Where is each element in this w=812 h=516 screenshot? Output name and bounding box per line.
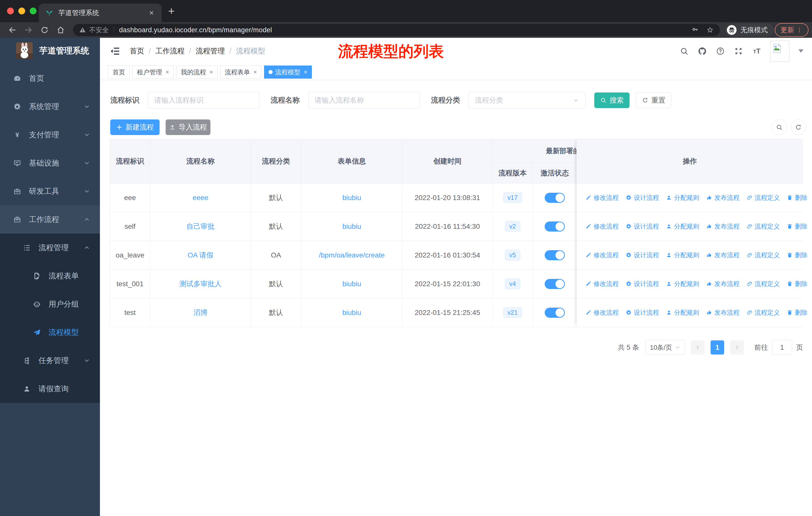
maximize-window-button[interactable] [30,7,36,15]
version-badge[interactable]: v2 [505,221,520,232]
process-name-link[interactable]: OA 请假 [187,250,213,260]
breadcrumb-item[interactable]: 流程管理 [196,46,225,56]
version-badge[interactable]: v5 [505,250,520,261]
sidebar-item-流程表单[interactable]: 流程表单 [0,262,100,290]
breadcrumb-item[interactable]: 首页 [129,46,144,56]
active-toggle[interactable] [545,279,565,289]
refresh-table-button[interactable] [791,119,806,135]
action-分配规则[interactable]: 分配规则 [666,308,699,317]
version-badge[interactable]: v17 [503,192,522,203]
github-icon[interactable] [698,47,707,56]
action-删除[interactable]: 删除 [787,193,808,202]
current-page-button[interactable]: 1 [710,341,724,354]
next-page-button[interactable] [730,341,744,354]
font-size-icon[interactable]: TT [752,47,761,56]
tag-close-icon[interactable]: × [209,69,213,76]
action-分配规则[interactable]: 分配规则 [666,280,699,288]
breadcrumb-item[interactable]: 工作流程 [155,46,184,56]
action-流程定义[interactable]: 流程定义 [746,280,780,288]
tag-close-icon[interactable]: × [254,69,257,76]
action-发布流程[interactable]: 发布流程 [706,222,740,230]
url-text[interactable]: dashboard.yudao.iocoder.cn/bpm/manager/m… [119,26,272,34]
form-info-link[interactable]: biubiu [342,194,361,202]
browser-tab[interactable]: 芋道管理系统 [39,3,162,22]
sidebar-item-用户分组[interactable]: 用户分组 [0,290,100,318]
action-发布流程[interactable]: 发布流程 [706,308,740,317]
action-设计流程[interactable]: 设计流程 [626,193,659,202]
action-修改流程[interactable]: 修改流程 [585,222,619,230]
action-修改流程[interactable]: 修改流程 [585,308,619,317]
form-info-link[interactable]: biubiu [342,309,361,317]
minimize-window-button[interactable] [18,7,25,15]
sidebar-item-研发工具[interactable]: 研发工具 [0,177,100,205]
page-size-select[interactable]: 10条/页 [646,340,685,355]
import-process-button[interactable]: 导入流程 [166,119,210,135]
search-icon[interactable] [679,47,689,56]
action-发布流程[interactable]: 发布流程 [706,193,740,202]
sidebar-item-流程模型[interactable]: 流程模型 [0,318,100,347]
close-window-button[interactable] [7,7,14,15]
user-avatar[interactable] [770,40,789,62]
window-controls[interactable] [7,7,36,15]
action-删除[interactable]: 删除 [787,222,808,230]
action-删除[interactable]: 删除 [787,308,808,317]
tag-租户管理[interactable]: 租户管理× [133,65,173,79]
home-icon[interactable] [56,26,65,34]
sidebar-fold-icon[interactable] [110,46,121,57]
forward-icon[interactable] [24,26,33,34]
browser-update-button[interactable]: 更新 [775,23,809,37]
prev-page-button[interactable] [691,341,704,354]
version-badge[interactable]: v21 [503,307,522,318]
tag-流程表单[interactable]: 流程表单× [220,65,261,79]
action-流程定义[interactable]: 流程定义 [746,222,780,230]
search-button[interactable]: 搜索 [594,92,630,108]
sidebar-item-流程管理[interactable]: 流程管理 [0,234,100,262]
action-修改流程[interactable]: 修改流程 [585,251,619,259]
tag-我的流程[interactable]: 我的流程× [176,65,217,79]
action-修改流程[interactable]: 修改流程 [585,280,619,288]
reset-button[interactable]: 重置 [636,92,671,108]
show-search-button[interactable] [772,119,787,135]
filter-name-input[interactable] [308,92,420,109]
process-name-link[interactable]: 测试多审批人 [179,279,222,289]
active-toggle[interactable] [545,221,565,232]
filter-key-input[interactable] [148,92,260,109]
process-name-link[interactable]: eeee [193,194,208,202]
sidebar-item-首页[interactable]: 首页 [0,64,100,92]
reload-icon[interactable] [40,26,49,34]
sidebar-item-支付管理[interactable]: ¥支付管理 [0,121,100,149]
back-icon[interactable] [8,26,17,34]
action-分配规则[interactable]: 分配规则 [666,193,699,202]
sidebar-item-工作流程[interactable]: 工作流程 [0,205,100,234]
form-info-link[interactable]: /bpm/oa/leave/create [319,251,385,259]
goto-page-input[interactable] [772,340,792,355]
tab-close-icon[interactable] [148,9,155,17]
process-name-link[interactable]: 自己审批 [186,222,215,231]
sidebar-item-系统管理[interactable]: 系统管理 [0,92,100,121]
action-流程定义[interactable]: 流程定义 [746,251,780,259]
browser-menu-dots-icon[interactable] [796,27,803,33]
action-分配规则[interactable]: 分配规则 [666,251,699,259]
sidebar-item-任务管理[interactable]: 任务管理 [0,347,100,375]
action-修改流程[interactable]: 修改流程 [585,193,619,202]
sidebar-item-请假查询[interactable]: 请假查询 [0,375,100,403]
action-删除[interactable]: 删除 [787,280,808,288]
process-name-link[interactable]: 滔博 [194,308,208,318]
action-发布流程[interactable]: 发布流程 [706,251,740,259]
new-tab-button[interactable]: + [168,5,175,17]
bookmark-star-icon[interactable] [706,26,714,34]
tag-首页[interactable]: 首页 [108,65,129,79]
active-toggle[interactable] [545,308,565,318]
action-设计流程[interactable]: 设计流程 [626,251,659,259]
fullscreen-icon[interactable] [734,47,743,56]
version-badge[interactable]: v4 [505,278,520,289]
action-分配规则[interactable]: 分配规则 [666,222,699,230]
filter-category-select[interactable]: 流程分类 [469,92,586,109]
active-toggle[interactable] [545,250,565,260]
security-warning-icon[interactable] [79,26,86,33]
active-toggle[interactable] [545,193,565,203]
action-流程定义[interactable]: 流程定义 [746,193,780,202]
action-流程定义[interactable]: 流程定义 [746,308,780,317]
form-info-link[interactable]: biubiu [342,222,361,230]
create-process-button[interactable]: 新建流程 [110,119,160,135]
